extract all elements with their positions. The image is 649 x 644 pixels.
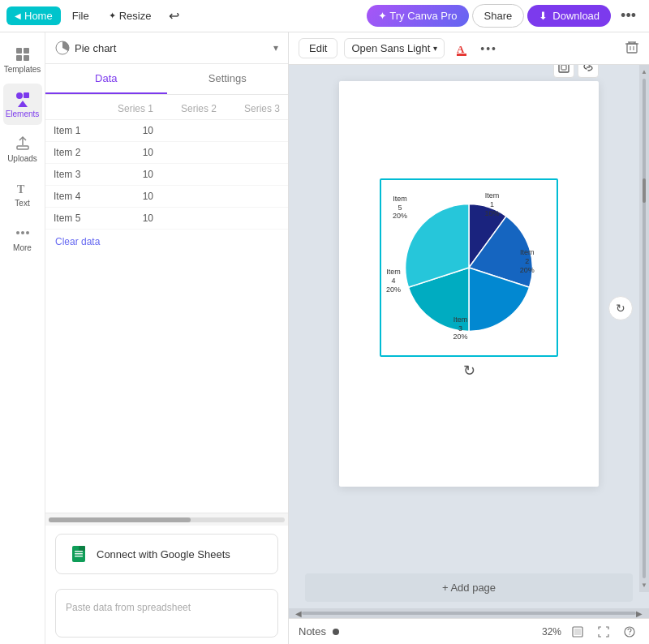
share-button[interactable]: Share: [472, 4, 525, 28]
row-s2[interactable]: [161, 120, 225, 142]
row-s1[interactable]: 10: [98, 208, 161, 230]
vscroll-up-icon[interactable]: ▲: [641, 68, 647, 75]
row-s1[interactable]: 10: [98, 142, 161, 164]
row-s2[interactable]: [161, 208, 225, 230]
row-s1[interactable]: 10: [98, 186, 161, 208]
row-label: Item 3: [45, 164, 98, 186]
pages-icon: [571, 625, 584, 638]
download-icon: ⬇: [539, 10, 548, 22]
text-label: Text: [15, 199, 29, 208]
fullscreen-button[interactable]: [594, 622, 613, 642]
font-selector[interactable]: Open Sans Light ▾: [344, 38, 445, 58]
row-s1[interactable]: 10: [98, 164, 161, 186]
edit-button[interactable]: Edit: [299, 38, 337, 58]
panel-chevron-icon[interactable]: ▾: [273, 42, 278, 54]
paste-placeholder: Paste data from spreadsheet: [66, 602, 191, 613]
row-s3[interactable]: [225, 142, 288, 164]
svg-rect-1: [24, 48, 29, 54]
download-label: Download: [552, 10, 600, 22]
hscroll-left-icon[interactable]: ◀: [295, 609, 302, 618]
font-chevron-icon: ▾: [433, 44, 437, 53]
canvas-refresh-button[interactable]: ↻: [608, 296, 633, 320]
pie-label-item1: Item110%: [485, 191, 500, 217]
download-button[interactable]: ⬇ Download: [527, 5, 611, 27]
right-col: Edit Open Sans Light ▾ A •••: [289, 32, 649, 644]
tab-data[interactable]: Data: [45, 64, 167, 94]
table-row[interactable]: Item 2 10: [45, 142, 288, 164]
scroll-track: [49, 517, 285, 522]
navbar: ◀ Home File ✦ Resize ↩ ✦ Try Canva Pro S…: [0, 0, 649, 32]
sidebar-item-elements[interactable]: Elements: [3, 84, 42, 125]
more-options-button[interactable]: •••: [614, 4, 643, 28]
row-s1[interactable]: 10: [98, 120, 161, 142]
font-label: Open Sans Light: [351, 42, 430, 54]
canvas-area: Item110% Item220% Item320% Item420% Item…: [289, 65, 649, 618]
row-s3[interactable]: [225, 120, 288, 142]
table-row[interactable]: Item 1 10: [45, 120, 288, 142]
table-row[interactable]: Item 5 10: [45, 208, 288, 230]
link-button[interactable]: [578, 65, 599, 78]
fullscreen-icon: [597, 625, 610, 638]
more-label: More: [13, 243, 32, 252]
pie-label-item4: Item420%: [386, 268, 401, 294]
clear-data-button[interactable]: Clear data: [45, 230, 110, 254]
row-s2[interactable]: [161, 164, 225, 186]
color-button[interactable]: A: [451, 37, 474, 60]
settings-tab-label: Settings: [208, 72, 247, 84]
svg-rect-28: [561, 65, 566, 70]
row-s3[interactable]: [225, 186, 288, 208]
hscroll-track: [302, 612, 636, 615]
panel-tabs: Data Settings: [45, 64, 288, 95]
sidebar-item-templates[interactable]: Templates: [3, 39, 42, 80]
refresh-icon: ↻: [616, 302, 625, 315]
try-pro-label: Try Canva Pro: [389, 10, 457, 22]
row-s2[interactable]: [161, 186, 225, 208]
row-s3[interactable]: [225, 164, 288, 186]
data-table-container[interactable]: Series 1 Series 2 Series 3 Item 1 10 Ite…: [45, 95, 288, 513]
resize-label: Resize: [119, 10, 152, 22]
row-s2[interactable]: [161, 142, 225, 164]
table-row[interactable]: Item 4 10: [45, 186, 288, 208]
font-color-icon: A: [453, 40, 471, 58]
sidebar-item-uploads[interactable]: Uploads: [3, 128, 42, 170]
sidebar-item-text[interactable]: T Text: [3, 173, 42, 214]
svg-rect-14: [75, 551, 83, 552]
home-button[interactable]: ◀ Home: [6, 6, 61, 25]
pie-label-item5: Item520%: [393, 195, 407, 221]
data-panel: Pie chart ▾ Data Settings Series 1 Serie…: [45, 32, 289, 644]
help-button[interactable]: [620, 622, 639, 642]
canvas-scroll[interactable]: Item110% Item220% Item320% Item420% Item…: [289, 65, 649, 554]
vscroll-down-icon[interactable]: ▼: [641, 582, 647, 589]
chart-element[interactable]: Item110% Item220% Item320% Item420% Item…: [380, 178, 558, 357]
pages-view-button[interactable]: [568, 622, 587, 642]
tab-settings[interactable]: Settings: [167, 64, 289, 94]
frame-button[interactable]: [553, 65, 574, 78]
pie-label-item3: Item320%: [453, 316, 467, 341]
clear-data-label: Clear data: [55, 236, 100, 247]
panel-scrollbar[interactable]: [45, 513, 288, 526]
file-button[interactable]: File: [64, 6, 97, 25]
col-header-series1: Series 1: [98, 98, 161, 120]
paste-area[interactable]: Paste data from spreadsheet: [55, 589, 278, 638]
connect-sheets-button[interactable]: Connect with Google Sheets: [55, 534, 278, 574]
try-pro-button[interactable]: ✦ Try Canva Pro: [367, 5, 469, 27]
scroll-thumb: [49, 517, 191, 522]
resize-button[interactable]: ✦ Resize: [101, 6, 160, 25]
canvas-vscroll[interactable]: ▲ ▼: [639, 65, 649, 592]
uploads-icon: [14, 135, 32, 152]
canvas-hscroll[interactable]: ◀ ▶: [289, 608, 649, 618]
sidebar-item-more[interactable]: More: [3, 217, 42, 259]
add-page-button[interactable]: + Add page: [305, 573, 633, 602]
edit-label: Edit: [309, 42, 327, 54]
trash-icon: [625, 40, 639, 54]
undo-button[interactable]: ↩: [162, 5, 186, 27]
svg-point-9: [16, 231, 19, 234]
chart-refresh-icon[interactable]: ↻: [463, 362, 475, 380]
home-chevron-icon: ◀: [15, 11, 21, 20]
toolbar-more-button[interactable]: •••: [480, 42, 497, 55]
table-row[interactable]: Item 3 10: [45, 164, 288, 186]
row-s3[interactable]: [225, 208, 288, 230]
notes-dot: [333, 629, 339, 635]
delete-button[interactable]: [625, 40, 639, 58]
hscroll-right-icon[interactable]: ▶: [636, 609, 643, 618]
